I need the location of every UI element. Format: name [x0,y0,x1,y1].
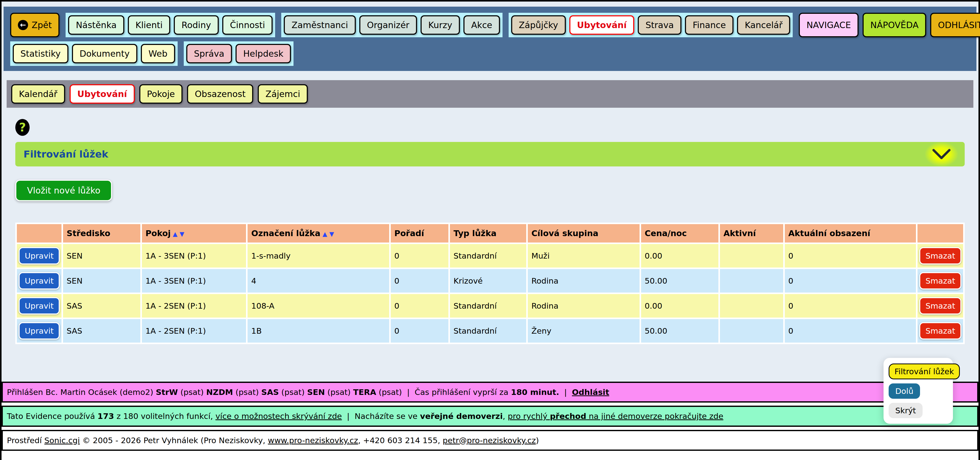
nav-button-rodiny[interactable]: Rodiny [174,15,219,35]
table-cell: 0 [785,294,916,318]
nav-button-finance[interactable]: Finance [685,15,733,35]
column-label: Cena/noc [645,228,687,238]
nav-button-sprava[interactable]: Správa [186,44,232,63]
nav-button-ubytovani[interactable]: Ubytování [570,15,635,35]
nav-button-zamestnanci[interactable]: Zaměstnanci [284,15,355,35]
text-segment: Tato Evidence používá [7,412,97,421]
table-cell: Muži [528,244,640,267]
main-toolbar: ← Zpět NástěnkaKlientiRodinyČinnostiZamě… [3,6,977,71]
text-segment: (psat) [279,387,307,397]
link-www-pro-neziskovky-cz[interactable]: www.pro-neziskovky.cz [268,436,358,445]
table-cell: 4 [248,269,389,293]
nav-button-helpdesk[interactable]: Helpdesk [235,44,291,63]
panel-button-skryt[interactable]: Skrýt [889,403,923,418]
nav-button-organizer[interactable]: Organizér [360,15,417,35]
nav-button-statistiky[interactable]: Statistiky [13,44,68,63]
table-cell: 1A - 3SEN (P:1) [142,269,246,293]
delete-button[interactable]: Smazat [919,247,961,264]
edit-button[interactable]: Upravit [19,247,60,264]
link-odhlasit[interactable]: Odhlásit [572,387,609,397]
nav-button-napoveda[interactable]: NÁPOVĚDA [862,13,926,37]
column-label: Aktuální obsazení [788,228,870,238]
nav-groups: NástěnkaKlientiRodinyČinnostiZaměstnanci… [65,13,793,37]
insert-new-bed-button[interactable]: Vložit nové lůžko [15,180,112,201]
text-segment: © 2005 - 2026 Petr Vyhnálek (Pro Nezisko… [80,436,268,445]
link-na-jine-demoverze-pokracujte-zde[interactable]: na jiné demoverze pokračujte zde [586,412,723,421]
column-header-pokoj: Pokoj ▲ ▼ [142,224,246,242]
tab-ubytovani[interactable]: Ubytování [70,84,135,103]
table-row: UpravitSAS1A - 2SEN (P:1)108-A0Standardn… [17,294,963,318]
nav-button-akce[interactable]: Akce [463,15,500,35]
tab-pokoje[interactable]: Pokoje [139,84,183,103]
chevron-down-icon[interactable] [925,142,958,166]
delete-button[interactable]: Smazat [919,322,961,339]
nav-button-group: ZápůjčkyUbytováníStravaFinanceKancelář [509,13,793,37]
help-icon[interactable]: ? [15,119,30,136]
nav-button-navigace[interactable]: NAVIGACE [799,13,859,37]
edit-button[interactable]: Upravit [19,272,60,290]
main-content: ? Filtrování lůžek Vložit nové lůžko Stř… [2,108,978,382]
sort-asc-icon[interactable]: ▲ [171,231,178,238]
column-label: Aktivní [724,228,756,238]
back-button[interactable]: ← Zpět [10,13,59,37]
column-header-aktivni: Aktivní [720,224,783,242]
sort-desc-icon[interactable]: ▼ [178,231,185,238]
sort-desc-icon[interactable]: ▼ [327,231,334,238]
column-label: Cílová skupina [531,228,598,238]
beds-table: StřediskoPokoj ▲ ▼Označení lůžka ▲ ▼Pořa… [15,223,965,344]
link-prechod[interactable]: přechod [550,412,586,421]
nav-button-nastenka[interactable]: Nástěnka [68,15,124,35]
table-cell: 50.00 [641,269,718,293]
login-status-bar: Přihlášen Bc. Martin Ocásek (demo2) StrW… [2,382,978,403]
table-cell: 0 [785,269,916,293]
filter-collapsible-header[interactable]: Filtrování lůžek [15,142,965,166]
column-header-poradi: Pořadí [391,224,449,242]
nav-button-kurzy[interactable]: Kurzy [421,15,460,35]
delete-button[interactable]: Smazat [919,297,961,315]
nav-button-zapujcky[interactable]: Zápůjčky [511,15,566,35]
nav-button-kancelar[interactable]: Kancelář [737,15,790,35]
back-button-label: Zpět [32,20,52,30]
table-cell: Standardní [450,294,526,318]
nav-button-odhlasit[interactable]: ODHLÁSIT [930,13,980,37]
nav-button-group: NástěnkaKlientiRodinyČinnosti [65,13,275,37]
tab-obsazenost[interactable]: Obsazenost [187,84,253,103]
text-segment: veřejné demoverzi [420,412,503,421]
table-cell: Rodina [528,269,640,293]
edit-button[interactable]: Upravit [19,297,60,315]
nav-button-group: StatistikyDokumentyWeb [10,41,178,66]
nav-button-dokumenty[interactable]: Dokumenty [72,44,137,63]
edit-cell: Upravit [17,244,62,267]
sort-asc-icon[interactable]: ▲ [320,231,327,238]
table-cell: SEN [63,244,140,267]
app-window: ← Zpět NástěnkaKlientiRodinyČinnostiZamě… [0,0,980,460]
nav-button-cinnosti[interactable]: Činnosti [222,15,273,35]
table-row: UpravitSAS1A - 2SEN (P:1)1B0StandardníŽe… [17,319,963,342]
link-pro-rychly[interactable]: pro rychlý [508,412,550,421]
panel-button-dolu[interactable]: Dolů [889,384,920,399]
nav-button-strava[interactable]: Strava [638,15,681,35]
edit-cell: Upravit [17,294,62,318]
panel-button-filtrovani-luzek[interactable]: Filtrování lůžek [889,363,960,379]
table-cell [720,294,783,318]
table-cell: 50.00 [641,319,718,342]
table-cell: 0 [391,244,449,267]
link-vice-o-moznostech-skryvani-zde[interactable]: více o možnostech skrývání zde [215,412,342,421]
tab-zajemci[interactable]: Zájemci [258,84,308,103]
nav-button-web[interactable]: Web [141,44,175,63]
text-segment: ) [536,436,539,445]
edit-button[interactable]: Upravit [19,322,60,339]
table-cell: 1B [248,319,389,342]
delete-cell: Smazat [918,269,963,293]
text-segment: , [503,412,508,421]
nav-button-klienti[interactable]: Klienti [128,15,170,35]
link-petr-pro-neziskovky-cz[interactable]: petr@pro-neziskovky.cz [443,436,536,445]
filter-title: Filtrování lůžek [24,148,108,160]
text-segment: StrW [156,387,178,397]
edit-cell: Upravit [17,269,62,293]
toolbar-actions: NAVIGACENÁPOVĚDAODHLÁSIT [799,13,980,37]
back-arrow-icon: ← [18,20,28,30]
delete-button[interactable]: Smazat [919,272,961,290]
tab-kalendar[interactable]: Kalendář [11,84,65,103]
link-sonic-cgi[interactable]: Sonic.cgi [45,436,80,445]
